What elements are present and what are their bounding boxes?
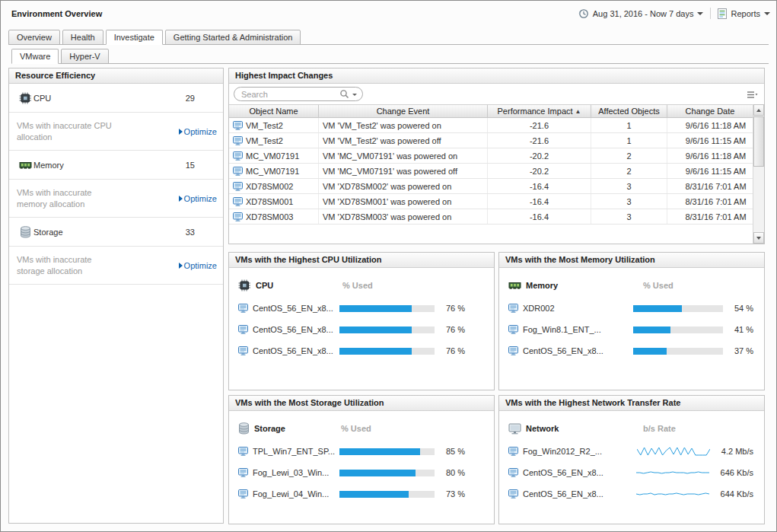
vm-row[interactable]: XDR002 54 % [508,298,753,319]
memory-icon [17,159,33,171]
subtab-hyper-v[interactable]: Hyper-V [61,49,108,64]
cell-object-name[interactable]: MC_VM07191 [229,164,319,178]
memory-icon [508,279,521,291]
quadrant-header: Network b/s Rate [508,419,753,438]
vm-row[interactable]: CentOS_56_EN_x8... 76 % [238,319,483,340]
scroll-thumb[interactable] [753,116,764,167]
column-header-change-date[interactable]: Change Date [667,105,753,117]
quadrant-header: Memory % Used [508,276,753,295]
column-header-affected-objects[interactable]: Affected Objects [591,105,667,117]
column-header-object-name[interactable]: Object Name [229,105,319,117]
cell-change-event: VM 'XD78SM002' was powered on [319,179,488,193]
main-tabs: OverviewHealthInvestigateGetting Started… [8,29,769,45]
vm-name[interactable]: CentOS_56_EN_x8... [523,468,632,477]
cell-object-name[interactable]: XD78SM002 [229,179,319,193]
cell-object-name[interactable]: XD78SM003 [229,209,319,224]
value-axis-label: % Used [341,424,371,433]
optimize-link[interactable]: Optimize [179,261,217,270]
vm-row[interactable]: Fog_Lewi_04_Win... 73 % [238,483,483,505]
vm-name[interactable]: CentOS_56_EN_x8... [523,346,629,355]
vm-icon [238,304,248,313]
vm-row[interactable]: TPL_Win7_ENT_SP... 85 % [238,441,483,462]
vm-name[interactable]: CentOS_56_EN_x8... [253,304,335,313]
vm-name[interactable]: CentOS_56_EN_x8... [523,489,632,499]
cell-change-date: 9/6/16 11:15 AM [667,133,764,148]
transfer-rate-sparkline [636,467,709,479]
vm-icon [233,121,243,130]
optimize-link[interactable]: Optimize [179,127,217,136]
subtab-vmware[interactable]: VMware [11,49,59,64]
vm-name[interactable]: CentOS_56_EN_x8... [253,346,335,355]
utilization-bar [633,348,723,355]
vm-row[interactable]: CentOS_56_EN_x8... 76 % [238,340,483,362]
scroll-down-button[interactable] [753,232,764,244]
tab-getting-started-administration[interactable]: Getting Started & Administration [165,30,301,45]
vm-name[interactable]: CentOS_56_EN_x8... [253,325,335,334]
vm-row[interactable]: Fog_Win2012_R2_... 4.2 Mb/s [508,441,753,462]
column-header-performance-impact[interactable]: Performance Impact▲ [488,105,591,117]
cell-performance-impact: -21.6 [488,118,591,132]
vm-row[interactable]: Fog_Lewi_03_Win... 80 % [238,462,483,483]
search-options-caret-icon[interactable] [352,94,357,98]
table-row[interactable]: XD78SM001 VM 'XD78SM001' was powered on … [229,194,764,209]
cell-change-date: 9/6/16 11:15 AM [667,164,764,178]
metric-label: Storage [254,424,336,433]
table-row[interactable]: VM_Test2 VM 'VM_Test2' was powered on -2… [229,118,764,133]
vm-row[interactable]: CentOS_56_EN_x8... 646 Kb/s [508,462,753,483]
tab-investigate[interactable]: Investigate [106,30,163,45]
metric-value: 644 Kb/s [721,489,753,499]
page-title: Environment Overview [11,9,102,18]
scroll-up-button[interactable] [753,104,764,116]
optimize-link[interactable]: Optimize [179,194,217,203]
table-row[interactable]: XD78SM002 VM 'XD78SM002' was powered on … [229,179,764,194]
vm-row[interactable]: CentOS_56_EN_x8... 76 % [238,298,483,319]
vm-name[interactable]: Fog_Lewi_04_Win... [253,489,335,499]
network-icon [508,423,521,435]
table-row[interactable]: XD78SM003 VM 'XD78SM003' was powered on … [229,209,764,225]
vm-icon [508,447,518,456]
timerange-caret-icon [697,12,703,18]
sort-ascending-icon: ▲ [575,108,581,115]
cell-object-name[interactable]: VM_Test2 [229,118,319,132]
vm-name[interactable]: TPL_Win7_ENT_SP... [253,447,335,456]
timerange-control[interactable]: Aug 31, 2016 - Now 7 days [578,8,704,19]
search-box[interactable] [234,87,363,101]
vm-name[interactable]: Fog_Win8.1_ENT_... [523,325,629,334]
cell-object-name[interactable]: XD78SM001 [229,194,319,209]
tab-overview[interactable]: Overview [8,30,60,45]
resource-value: 15 [186,161,195,170]
cell-object-name[interactable]: VM_Test2 [229,133,319,148]
vm-name[interactable]: Fog_Win2012_R2_... [523,447,632,456]
cell-performance-impact: -16.4 [488,209,591,224]
cell-change-date: 8/31/16 7:01 AM [667,209,764,224]
metric-value: 76 % [446,304,465,313]
resource-note-row-memory: VMs with inaccurate memory allocation Op… [9,180,223,218]
resource-label: Storage [33,228,186,237]
cpu-icon [238,279,251,291]
vertical-scrollbar[interactable] [753,104,764,244]
cell-affected-objects: 1 [591,118,667,132]
vm-row[interactable]: CentOS_56_EN_x8... 37 % [508,340,753,362]
cell-object-name[interactable]: MC_VM07191 [229,148,319,163]
vm-name[interactable]: XDR002 [523,304,629,313]
search-input[interactable] [240,89,336,100]
table-row[interactable]: MC_VM07191 VM 'MC_VM07191' was powered o… [229,164,764,179]
metric-value: 54 % [734,304,753,313]
table-row[interactable]: MC_VM07191 VM 'MC_VM07191' was powered o… [229,148,764,164]
optimize-arrow-icon [179,263,183,269]
search-icon[interactable] [339,89,349,99]
column-header-change-event[interactable]: Change Event [319,105,488,117]
panel-vms-with-the-highest-cpu-utilization: VMs with the Highest CPU Utilization CPU… [228,252,495,390]
table-options-icon[interactable] [747,91,758,99]
cell-affected-objects: 2 [591,164,667,178]
tab-health[interactable]: Health [62,30,103,45]
table-row[interactable]: VM_Test2 VM 'VM_Test2' was powered off -… [229,133,764,148]
cell-affected-objects: 3 [591,209,667,224]
vm-row[interactable]: CentOS_56_EN_x8... 644 Kb/s [508,483,753,505]
vm-name[interactable]: Fog_Lewi_03_Win... [253,468,335,477]
vm-row[interactable]: Fog_Win8.1_ENT_... 41 % [508,319,753,340]
panel-vms-with-the-most-storage-utilization: VMs with the Most Storage Utilization St… [228,395,495,524]
table-body: VM_Test2 VM 'VM_Test2' was powered on -2… [229,118,764,225]
resource-efficiency-title: Resource Efficiency [9,68,223,84]
reports-control[interactable]: Reports [718,8,770,19]
